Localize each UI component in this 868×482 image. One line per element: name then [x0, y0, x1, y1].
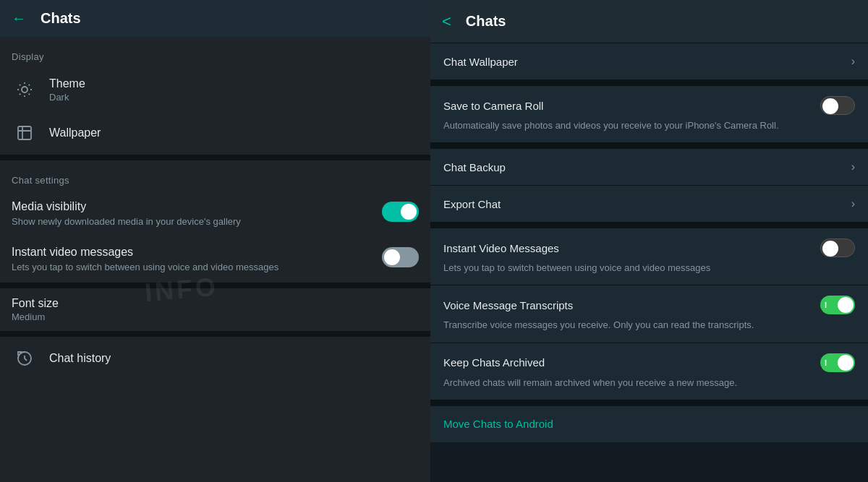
font-size-label: Font size: [12, 297, 419, 310]
left-header: ← Chats: [0, 0, 430, 37]
left-content: Display Theme Dark W: [0, 37, 430, 482]
theme-text: Theme Dark: [49, 77, 85, 103]
svg-rect-1: [18, 126, 31, 139]
font-size-value: Medium: [12, 311, 419, 322]
wallpaper-icon: [12, 120, 38, 146]
gap-3: [430, 223, 868, 228]
instant-video-messages-label: Instant Video Messages: [443, 242, 559, 254]
media-visibility-row: Media visibility Show newly downloaded m…: [0, 191, 430, 237]
divider-1: [0, 155, 430, 160]
right-panel: < Chats Chat Wallpaper › Save to Camera …: [430, 0, 868, 482]
media-visibility-toggle[interactable]: [382, 202, 419, 222]
keep-archived-desc: Archived chats will remain archived when…: [443, 376, 855, 390]
right-title: Chats: [466, 13, 506, 30]
display-section-label: Display: [0, 37, 430, 68]
chat-wallpaper-chevron: ›: [851, 55, 855, 68]
left-back-icon[interactable]: ←: [12, 10, 26, 27]
chat-backup-label: Chat Backup: [443, 161, 506, 173]
save-camera-roll-block: Save to Camera Roll Automatically save p…: [430, 86, 868, 143]
chat-wallpaper-label: Chat Wallpaper: [443, 56, 518, 68]
theme-value: Dark: [49, 92, 85, 103]
save-camera-roll-row: Save to Camera Roll: [443, 96, 855, 115]
keep-archived-block: Keep Chats Archived I Archived chats wil…: [430, 343, 868, 400]
voice-transcripts-row: Voice Message Transcripts I: [443, 296, 855, 314]
move-chats-link[interactable]: Move Chats to Android: [443, 418, 553, 430]
gap-2: [430, 143, 868, 149]
chat-history-label: Chat history: [49, 352, 111, 365]
keep-archived-label: Keep Chats Archived: [443, 356, 545, 369]
instant-video-desc: Lets you tap to switch between using voi…: [12, 261, 370, 274]
instant-video-messages-row: Instant Video Messages: [443, 238, 855, 257]
instant-video-block: Instant Video Messages Lets you tap to s…: [430, 228, 868, 285]
keep-archived-toggle[interactable]: I: [820, 353, 855, 372]
voice-transcripts-toggle[interactable]: I: [820, 296, 855, 314]
theme-icon: [12, 77, 38, 103]
voice-transcripts-desc: Transcribe voice messages you receive. O…: [443, 319, 855, 332]
export-chat-chevron: ›: [851, 197, 855, 210]
gap-4: [430, 400, 868, 406]
wallpaper-menu-item[interactable]: Wallpaper: [0, 111, 430, 155]
instant-video-toggle[interactable]: [382, 247, 419, 267]
instant-video-row: Instant video messages Lets you tap to s…: [0, 237, 430, 283]
left-title: Chats: [41, 10, 81, 27]
move-chats-block[interactable]: Move Chats to Android: [430, 406, 868, 442]
left-panel: ← Chats Display Theme Dark: [0, 0, 430, 482]
media-visibility-label: Media visibility: [12, 200, 370, 213]
chat-history-text: Chat history: [49, 352, 111, 365]
instant-video-messages-toggle[interactable]: [820, 238, 855, 257]
instant-video-label: Instant video messages: [12, 246, 370, 259]
gap-1: [430, 80, 868, 86]
voice-transcripts-block: Voice Message Transcripts I Transcribe v…: [430, 285, 868, 343]
divider-2: [0, 283, 430, 288]
chat-backup-row[interactable]: Chat Backup ›: [430, 149, 868, 186]
right-content: Chat Wallpaper › Save to Camera Roll Aut…: [430, 43, 868, 482]
export-chat-row[interactable]: Export Chat ›: [430, 186, 868, 223]
instant-video-messages-desc: Lets you tap to switch between using voi…: [443, 262, 855, 275]
voice-transcripts-label: Voice Message Transcripts: [443, 299, 573, 311]
export-chat-label: Export Chat: [443, 198, 501, 210]
right-back-icon[interactable]: <: [442, 12, 451, 31]
chat-settings-label: Chat settings: [0, 160, 430, 191]
keep-archived-row: Keep Chats Archived I: [443, 353, 855, 372]
font-size-row[interactable]: Font size Medium: [0, 288, 430, 331]
instant-video-content: Instant video messages Lets you tap to s…: [12, 246, 382, 274]
divider-3: [0, 331, 430, 337]
voice-toggle-i: I: [825, 301, 827, 309]
chat-wallpaper-row[interactable]: Chat Wallpaper ›: [430, 43, 868, 80]
svg-point-0: [22, 87, 27, 92]
chat-backup-chevron: ›: [851, 160, 855, 173]
media-visibility-desc: Show newly downloaded media in your devi…: [12, 215, 370, 228]
theme-label: Theme: [49, 77, 85, 90]
media-visibility-content: Media visibility Show newly downloaded m…: [12, 200, 382, 228]
wallpaper-label: Wallpaper: [49, 126, 101, 139]
right-header: < Chats: [430, 0, 868, 43]
chat-history-item[interactable]: Chat history: [0, 337, 430, 380]
save-camera-roll-desc: Automatically save photos and videos you…: [443, 119, 855, 132]
save-camera-roll-toggle[interactable]: [820, 96, 855, 115]
chat-history-icon: [12, 345, 38, 371]
save-camera-roll-label: Save to Camera Roll: [443, 100, 543, 112]
wallpaper-text: Wallpaper: [49, 126, 101, 139]
archived-toggle-i: I: [825, 358, 827, 367]
theme-menu-item[interactable]: Theme Dark: [0, 68, 430, 111]
